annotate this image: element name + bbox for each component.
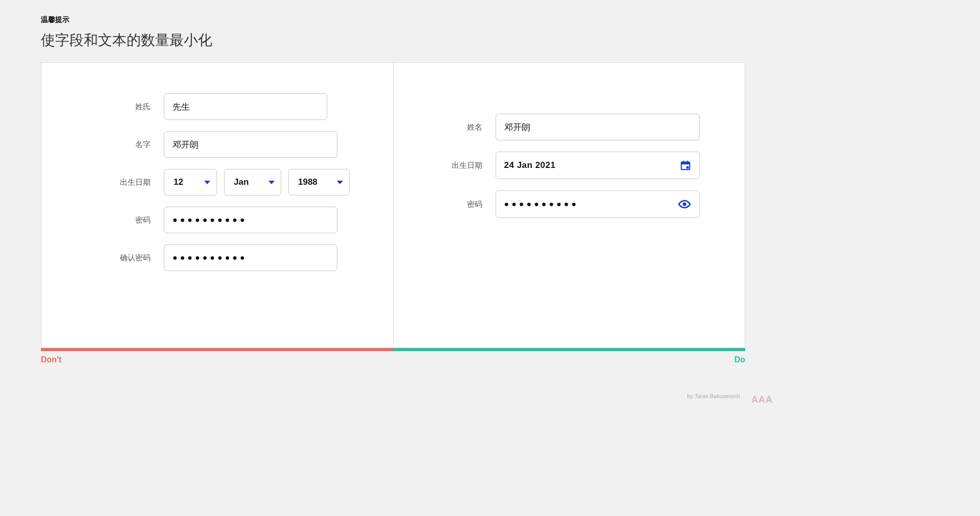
- do-panel: 姓名 邓开朗 出生日期 24 Jan 2021: [393, 62, 746, 348]
- input-dob-combined[interactable]: 24 Jan 2021: [496, 152, 700, 179]
- chevron-down-icon: [268, 181, 275, 184]
- input-name-value: 邓开朗: [504, 121, 530, 133]
- dont-tag: Don't: [41, 355, 61, 364]
- watermark: AAA: [751, 395, 773, 405]
- label-password-combined: 密码: [434, 200, 496, 209]
- select-dob-year-value: 1988: [298, 177, 317, 187]
- input-given[interactable]: 邓开朗: [164, 131, 337, 158]
- dob-select-group: 12 Jan 1988: [164, 169, 350, 195]
- input-given-value: 邓开朗: [173, 139, 199, 151]
- input-password[interactable]: ●●●●●●●●●●: [164, 207, 337, 233]
- input-surname[interactable]: 先生: [164, 93, 327, 120]
- row-name: 姓名 邓开朗: [434, 114, 725, 140]
- chevron-down-icon: [204, 181, 210, 184]
- row-dob: 出生日期 12 Jan 1988: [92, 169, 373, 195]
- row-dob-combined: 出生日期 24 Jan 2021: [434, 152, 725, 179]
- select-dob-month[interactable]: Jan: [224, 169, 281, 195]
- eye-icon[interactable]: [678, 199, 691, 209]
- input-confirm-password[interactable]: ●●●●●●●●●●: [164, 244, 337, 271]
- input-password-combined-mask: ●●●●●●●●●●: [504, 200, 579, 209]
- input-surname-value: 先生: [173, 101, 190, 113]
- do-bar: [393, 348, 745, 351]
- input-dob-combined-value: 24 Jan 2021: [504, 160, 556, 170]
- label-name: 姓名: [434, 122, 496, 132]
- input-password-mask: ●●●●●●●●●●: [173, 215, 248, 225]
- input-name[interactable]: 邓开朗: [496, 114, 700, 140]
- select-dob-day-value: 12: [174, 177, 183, 187]
- do-form: 姓名 邓开朗 出生日期 24 Jan 2021: [434, 114, 725, 218]
- divider-bars: [41, 348, 745, 351]
- do-tag: Do: [734, 355, 745, 364]
- page-title: 使字段和文本的数量最小化: [41, 31, 745, 50]
- svg-rect-1: [681, 162, 690, 165]
- select-dob-year[interactable]: 1988: [288, 169, 350, 195]
- dont-form: 姓氏 先生 名字 邓开朗 出生日期 12: [92, 93, 373, 271]
- input-confirm-password-mask: ●●●●●●●●●●: [173, 253, 248, 262]
- tag-row: Don't Do: [41, 355, 745, 364]
- label-dob-combined: 出生日期: [434, 161, 496, 170]
- svg-rect-4: [687, 161, 688, 163]
- label-surname: 姓氏: [92, 102, 164, 112]
- label-given: 名字: [92, 140, 164, 150]
- svg-rect-2: [686, 166, 689, 169]
- row-password: 密码 ●●●●●●●●●●: [92, 207, 373, 233]
- credit-text: by Taras Bakusevych: [687, 393, 740, 399]
- row-password-combined: 密码 ●●●●●●●●●●: [434, 190, 725, 218]
- input-password-combined[interactable]: ●●●●●●●●●●: [496, 190, 700, 218]
- row-confirm-password: 确认密码 ●●●●●●●●●●: [92, 244, 373, 271]
- tip-label: 温馨提示: [41, 15, 745, 24]
- row-given: 名字 邓开朗: [92, 131, 373, 158]
- calendar-icon[interactable]: [680, 160, 691, 171]
- comparison-panels: 姓氏 先生 名字 邓开朗 出生日期 12: [41, 62, 745, 348]
- select-dob-month-value: Jan: [234, 177, 249, 187]
- chevron-down-icon: [337, 181, 343, 184]
- label-confirm-password: 确认密码: [92, 253, 164, 263]
- dont-bar: [41, 348, 393, 351]
- label-dob: 出生日期: [92, 178, 164, 187]
- svg-point-5: [682, 202, 686, 206]
- select-dob-day[interactable]: 12: [164, 169, 217, 195]
- label-password: 密码: [92, 215, 164, 225]
- svg-rect-3: [683, 161, 684, 163]
- row-surname: 姓氏 先生: [92, 93, 373, 120]
- dont-panel: 姓氏 先生 名字 邓开朗 出生日期 12: [41, 62, 393, 348]
